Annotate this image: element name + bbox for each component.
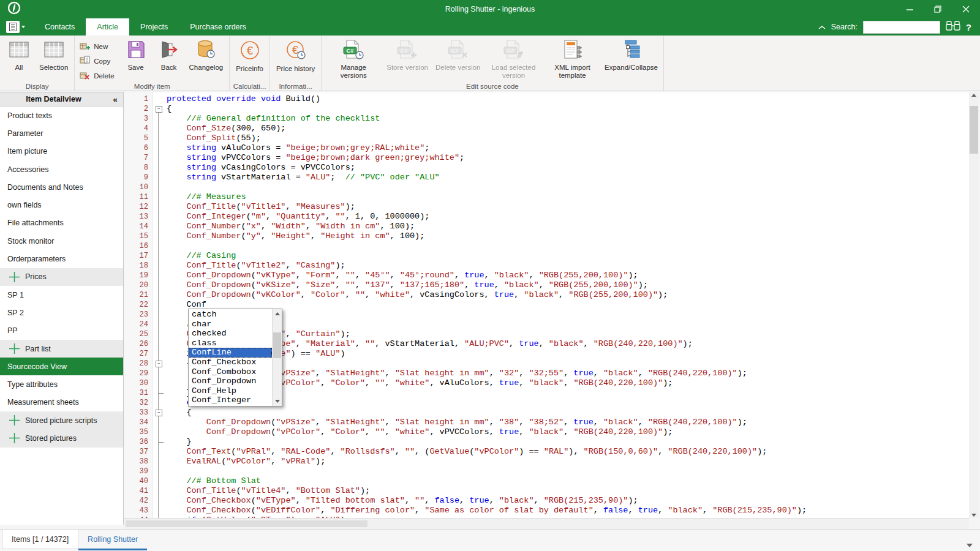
resize-grip-icon[interactable] bbox=[967, 544, 973, 547]
autocomplete-item-confline[interactable]: ConfLine bbox=[189, 348, 272, 358]
sidebar-item-sp-1[interactable]: SP 1 bbox=[0, 286, 123, 304]
scroll-down-icon[interactable] bbox=[969, 514, 979, 517]
editor-vertical-scrollbar[interactable] bbox=[969, 92, 979, 518]
autocomplete-item-conf-checkbox[interactable]: Conf_Checkbox bbox=[189, 358, 272, 367]
sidebar-item-parameter[interactable]: Parameter bbox=[0, 124, 123, 142]
line-number: 17 bbox=[124, 252, 148, 260]
vertical-scrollbar-thumb[interactable] bbox=[970, 106, 978, 154]
code-text: Conf_Dropdown("vPSize", "SlatHeight", "S… bbox=[167, 418, 969, 427]
binoculars-icon[interactable] bbox=[946, 20, 960, 34]
fold-collapse-icon[interactable]: − bbox=[156, 410, 162, 416]
expand-plus-icon[interactable] bbox=[9, 433, 20, 443]
autocomplete-item-conf-dropdown[interactable]: Conf_Dropdown bbox=[189, 377, 272, 386]
nav-tab-projects[interactable]: Projects bbox=[129, 18, 179, 36]
code-line-13: 13 Conf_Integer("m", "Quantity", "", 1, … bbox=[124, 212, 969, 222]
ribbon-button-copy[interactable]: Copy bbox=[80, 55, 114, 67]
ribbon-button-manage-versions[interactable]: C#Manage versions bbox=[324, 37, 383, 80]
status-tab-items[interactable]: Items [1 / 14372] bbox=[2, 530, 78, 549]
nav-tab-article[interactable]: Article bbox=[86, 18, 129, 36]
ribbon-button-new[interactable]: New bbox=[80, 40, 114, 52]
sidebar-item-item-picture[interactable]: Item picture bbox=[0, 143, 123, 160]
sidebar-item-sp-2[interactable]: SP 2 bbox=[0, 304, 123, 321]
sidebar-item-sourcecode-view[interactable]: Sourcecode View bbox=[0, 358, 123, 375]
sidebar-item-own-fields[interactable]: own fields bbox=[0, 196, 123, 214]
autocomplete-item-conf-integer[interactable]: Conf_Integer bbox=[189, 395, 272, 405]
sourcecode-editor[interactable]: 1protected override void Build()2{3 //# … bbox=[124, 92, 969, 518]
code-text: { bbox=[167, 359, 969, 369]
code-text: //# General definition of the checklist bbox=[167, 114, 969, 124]
fold-collapse-icon[interactable]: − bbox=[156, 361, 162, 367]
expand-plus-icon[interactable] bbox=[9, 272, 20, 282]
ribbon-button-all[interactable]: All bbox=[2, 37, 36, 72]
sidebar-item-documents-and-notes[interactable]: Documents and Notes bbox=[0, 178, 123, 196]
sidebar-item-prices[interactable]: Prices bbox=[0, 268, 123, 286]
ribbon-button-delete[interactable]: Delete bbox=[80, 70, 114, 81]
sidebar-item-label: Sourcecode View bbox=[7, 362, 67, 371]
fold-end-mark bbox=[159, 393, 164, 394]
close-button[interactable] bbox=[952, 0, 980, 18]
help-icon[interactable]: ? bbox=[966, 22, 971, 32]
editor-horizontal-scrollbar[interactable] bbox=[124, 518, 969, 530]
autocomplete-item-conf-help[interactable]: Conf_Help bbox=[189, 386, 272, 396]
line-number: 36 bbox=[124, 438, 148, 446]
restore-button[interactable] bbox=[924, 0, 952, 18]
line-number: 18 bbox=[124, 261, 148, 270]
sidebar-item-stock-monitor[interactable]: Stock monitor bbox=[0, 232, 123, 250]
sidebar-item-file-attachments[interactable]: File attachments bbox=[0, 214, 123, 232]
scroll-up-icon[interactable] bbox=[273, 309, 282, 318]
nav-tab-purchase-orders[interactable]: Purchase orders bbox=[179, 18, 257, 36]
app-menu-button[interactable] bbox=[6, 21, 25, 33]
line-number: 10 bbox=[124, 183, 148, 192]
sidebar-item-label: Stored picture scripts bbox=[25, 416, 97, 425]
autocomplete-item-checked[interactable]: checked bbox=[189, 329, 272, 339]
status-tab-rolling-shutter[interactable]: Rolling Shutter bbox=[78, 530, 147, 550]
minimize-button[interactable] bbox=[895, 0, 924, 18]
sidebar-item-type-attributes[interactable]: Type attributes bbox=[0, 375, 123, 393]
sidebar-item-measurement-sheets[interactable]: Measurement sheets bbox=[0, 394, 123, 411]
expand-plus-icon[interactable] bbox=[9, 343, 20, 354]
scroll-down-icon[interactable] bbox=[273, 397, 282, 406]
sidebar-item-orderparameters[interactable]: Orderparameters bbox=[0, 250, 123, 268]
sidebar-item-stored-pictures[interactable]: Stored pictures bbox=[0, 429, 123, 447]
nav-tab-contacts[interactable]: Contacts bbox=[34, 18, 86, 36]
code-text: Conf_Dropdown("vKColor", "Color", "", "w… bbox=[167, 290, 969, 300]
scroll-up-icon[interactable] bbox=[969, 94, 979, 97]
chevron-up-icon[interactable] bbox=[818, 21, 826, 32]
ribbon-button-selection[interactable]: Selection bbox=[36, 37, 72, 72]
ribbon-button-xml-import-template[interactable]: XML import template bbox=[543, 37, 602, 80]
autocomplete-popup: catchcharcheckedclassConfLineConf_Checkb… bbox=[188, 309, 282, 407]
ribbon-button-price-history[interactable]: €Price history bbox=[273, 37, 318, 73]
sidebar-item-stored-picture-scripts[interactable]: Stored picture scripts bbox=[0, 411, 123, 429]
ribbon-button-priceinfo[interactable]: €Priceinfo bbox=[232, 37, 267, 73]
expand-plus-icon[interactable] bbox=[9, 415, 20, 425]
autocomplete-item-conf-combobox[interactable]: Conf_Combobox bbox=[189, 367, 272, 377]
ribbon-button-back[interactable]: Back bbox=[153, 37, 186, 72]
sidebar-item-accessories[interactable]: Accessories bbox=[0, 160, 123, 178]
autocomplete-scrollbar-thumb[interactable] bbox=[273, 332, 281, 358]
horizontal-scrollbar-thumb[interactable] bbox=[126, 520, 368, 527]
collapse-sidebar-icon[interactable]: « bbox=[107, 95, 123, 104]
sidebar-item-product-texts[interactable]: Product texts bbox=[0, 107, 123, 124]
autocomplete-item-char[interactable]: char bbox=[189, 320, 272, 329]
button-label: Save bbox=[127, 64, 143, 72]
expand-collapse-icon bbox=[620, 39, 643, 64]
sidebar-item-pp[interactable]: PP bbox=[0, 322, 123, 340]
fold-end-mark bbox=[159, 442, 164, 443]
fold-collapse-icon[interactable]: − bbox=[156, 106, 162, 113]
sidebar-item-label: Orderparameters bbox=[7, 255, 66, 263]
line-number: 37 bbox=[124, 448, 148, 456]
ribbon-button-save[interactable]: Save bbox=[119, 37, 153, 72]
autocomplete-item-class[interactable]: class bbox=[189, 339, 272, 348]
sidebar-item-part-list[interactable]: Part list bbox=[0, 340, 123, 358]
ribbon-button-expand-collapse[interactable]: Expand/Collapse bbox=[602, 37, 661, 72]
code-line-9: 9 string vStartMaterial = "ALU"; // "PVC… bbox=[124, 173, 969, 182]
code-text: } bbox=[167, 437, 969, 447]
ribbon-button-changelog[interactable]: Changelog bbox=[186, 37, 227, 72]
priceinfo-icon: € bbox=[239, 39, 261, 65]
code-text: //# Casing bbox=[167, 251, 969, 261]
ribbon-group-label: Modify item bbox=[75, 83, 229, 90]
search-input[interactable] bbox=[863, 21, 940, 34]
autocomplete-scrollbar[interactable] bbox=[272, 309, 282, 406]
autocomplete-item-catch[interactable]: catch bbox=[189, 310, 272, 320]
line-number: 12 bbox=[124, 203, 148, 211]
